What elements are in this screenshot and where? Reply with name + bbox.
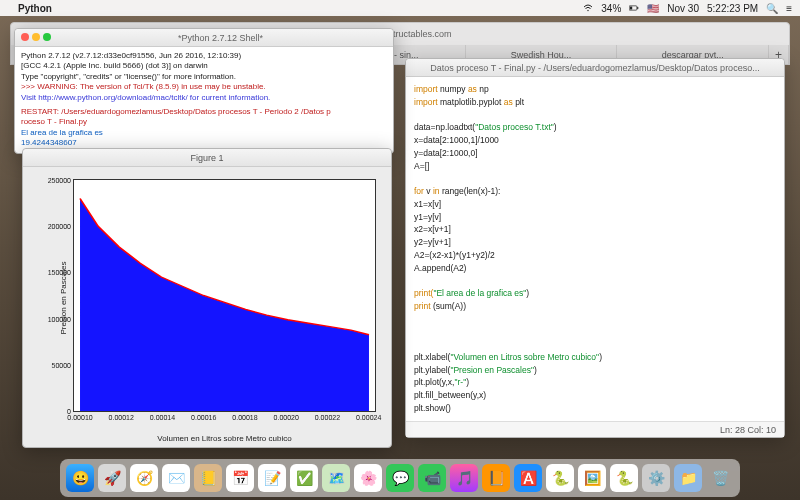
ibooks-icon[interactable]: 📙 xyxy=(482,464,510,492)
line: Visit http://www.python.org/download/mac… xyxy=(21,93,387,103)
app-name[interactable]: Python xyxy=(18,3,52,14)
maps-icon[interactable]: 🗺️ xyxy=(322,464,350,492)
window-title: Datos proceso T - Final.py - /Users/edua… xyxy=(412,63,778,73)
cursor-position: Ln: 28 Col: 10 xyxy=(720,425,776,435)
status-bar: Ln: 28 Col: 10 xyxy=(406,421,784,437)
xtick: 0.00018 xyxy=(232,411,257,421)
idle-editor-window: Datos proceso T - Final.py - /Users/edua… xyxy=(405,58,785,438)
settings-icon[interactable]: ⚙️ xyxy=(642,464,670,492)
python-icon[interactable]: 🐍 xyxy=(546,464,574,492)
python-shell-window: *Python 2.7.12 Shell* Python 2.7.12 (v2.… xyxy=(14,28,394,154)
line: roceso T - Final.py xyxy=(21,117,387,127)
xtick: 0.00010 xyxy=(67,411,92,421)
notifications-icon[interactable]: ≡ xyxy=(786,3,792,14)
xtick: 0.00020 xyxy=(274,411,299,421)
wifi-icon[interactable] xyxy=(583,3,593,13)
matplotlib-figure-window: Figure 1 Presion en Pascales Volumen en … xyxy=(22,148,392,448)
svg-rect-3 xyxy=(638,7,639,9)
line: 19.4244348607 xyxy=(21,138,387,148)
preview-icon[interactable]: 🖼️ xyxy=(578,464,606,492)
ytick: 250000 xyxy=(48,177,74,184)
plot-area: 0 50000 100000 150000 200000 250000 0.00… xyxy=(73,179,376,412)
ytick: 100000 xyxy=(48,315,74,322)
ytick: 200000 xyxy=(48,223,74,230)
launchpad-icon[interactable]: 🚀 xyxy=(98,464,126,492)
trash-icon[interactable]: 🗑️ xyxy=(706,464,734,492)
safari-icon[interactable]: 🧭 xyxy=(130,464,158,492)
titlebar[interactable]: *Python 2.7.12 Shell* xyxy=(15,29,393,47)
x-axis-label: Volumen en Litros sobre Metro cubico xyxy=(73,434,376,443)
xtick: 0.00014 xyxy=(150,411,175,421)
notes-icon[interactable]: 📝 xyxy=(258,464,286,492)
line: Type "copyright", "credits" or "license(… xyxy=(21,72,387,82)
menubar-date[interactable]: Nov 30 xyxy=(667,3,699,14)
window-controls[interactable] xyxy=(21,33,54,43)
xtick: 0.00012 xyxy=(109,411,134,421)
appstore-icon[interactable]: 🅰️ xyxy=(514,464,542,492)
contacts-icon[interactable]: 📒 xyxy=(194,464,222,492)
finder-icon[interactable]: 😀 xyxy=(66,464,94,492)
window-title: Figure 1 xyxy=(29,153,385,163)
window-title: *Python 2.7.12 Shell* xyxy=(54,33,387,43)
photos-icon[interactable]: 🌸 xyxy=(354,464,382,492)
mail-icon[interactable]: ✉️ xyxy=(162,464,190,492)
shell-output[interactable]: Python 2.7.12 (v2.7.12:d33e0cf91556, Jun… xyxy=(15,47,393,153)
battery-percent: 34% xyxy=(601,3,621,14)
svg-rect-2 xyxy=(630,7,633,10)
titlebar[interactable]: Figure 1 xyxy=(23,149,391,167)
menubar-time[interactable]: 5:22:23 PM xyxy=(707,3,758,14)
line: [GCC 4.2.1 (Apple Inc. build 5666) (dot … xyxy=(21,61,387,71)
chart-svg xyxy=(74,180,375,411)
calendar-icon[interactable]: 📅 xyxy=(226,464,254,492)
macos-menubar: Python 34% 🇺🇸 Nov 30 5:22:23 PM 🔍 ≡ xyxy=(0,0,800,16)
macos-dock: 😀 🚀 🧭 ✉️ 📒 📅 📝 ✅ 🗺️ 🌸 💬 📹 🎵 📙 🅰️ 🐍 🖼️ 🐍 … xyxy=(60,459,740,497)
messages-icon[interactable]: 💬 xyxy=(386,464,414,492)
reminders-icon[interactable]: ✅ xyxy=(290,464,318,492)
line: El area de la grafica es xyxy=(21,128,387,138)
itunes-icon[interactable]: 🎵 xyxy=(450,464,478,492)
xtick: 0.00024 xyxy=(356,411,381,421)
line: RESTART: /Users/eduardogomezlamus/Deskto… xyxy=(21,107,387,117)
xtick: 0.00016 xyxy=(191,411,216,421)
line: >>> WARNING: The version of Tcl/Tk (8.5.… xyxy=(21,82,387,92)
flag-icon[interactable]: 🇺🇸 xyxy=(647,3,659,14)
idle-icon[interactable]: 🐍 xyxy=(610,464,638,492)
battery-icon[interactable] xyxy=(629,3,639,13)
ytick: 150000 xyxy=(48,269,74,276)
line: Python 2.7.12 (v2.7.12:d33e0cf91556, Jun… xyxy=(21,51,387,61)
code-editor[interactable]: import numpy as np import matplotlib.pyp… xyxy=(406,77,784,421)
svg-point-0 xyxy=(588,10,589,11)
xtick: 0.00022 xyxy=(315,411,340,421)
titlebar[interactable]: Datos proceso T - Final.py - /Users/edua… xyxy=(406,59,784,77)
facetime-icon[interactable]: 📹 xyxy=(418,464,446,492)
ytick: 50000 xyxy=(52,361,74,368)
spotlight-icon[interactable]: 🔍 xyxy=(766,3,778,14)
folder-icon[interactable]: 📁 xyxy=(674,464,702,492)
